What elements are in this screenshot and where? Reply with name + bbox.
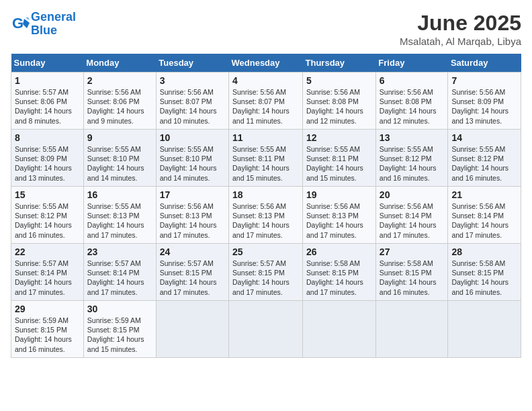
- day-number: 30: [87, 304, 152, 314]
- cell-details: Sunrise: 5:56 AMSunset: 8:07 PMDaylight:…: [232, 88, 290, 125]
- calendar-cell: 2Sunrise: 5:56 AMSunset: 8:06 PMDaylight…: [83, 73, 156, 130]
- week-row-1: 1Sunrise: 5:57 AMSunset: 8:06 PMDaylight…: [11, 73, 521, 130]
- weekday-header-tuesday: Tuesday: [156, 54, 228, 73]
- day-number: 16: [87, 189, 152, 200]
- day-number: 2: [87, 75, 152, 86]
- calendar-cell: 9Sunrise: 5:55 AMSunset: 8:10 PMDaylight…: [83, 130, 156, 187]
- calendar-cell: 30Sunrise: 5:59 AMSunset: 8:15 PMDayligh…: [83, 301, 156, 358]
- day-number: 18: [232, 189, 299, 200]
- calendar-cell: 22Sunrise: 5:57 AMSunset: 8:14 PMDayligh…: [11, 244, 84, 301]
- day-number: 8: [15, 132, 80, 143]
- calendar-cell: 13Sunrise: 5:55 AMSunset: 8:12 PMDayligh…: [375, 130, 448, 187]
- calendar-cell: 8Sunrise: 5:55 AMSunset: 8:09 PMDaylight…: [11, 130, 84, 187]
- calendar-cell: 20Sunrise: 5:56 AMSunset: 8:14 PMDayligh…: [375, 187, 448, 244]
- calendar-table: SundayMondayTuesdayWednesdayThursdayFrid…: [11, 54, 521, 358]
- cell-details: Sunrise: 5:58 AMSunset: 8:15 PMDaylight:…: [451, 259, 508, 296]
- cell-details: Sunrise: 5:55 AMSunset: 8:09 PMDaylight:…: [15, 145, 72, 182]
- calendar-cell: 10Sunrise: 5:55 AMSunset: 8:10 PMDayligh…: [156, 130, 228, 187]
- logo-line2: Blue: [31, 24, 57, 37]
- week-row-2: 8Sunrise: 5:55 AMSunset: 8:09 PMDaylight…: [11, 130, 521, 187]
- day-number: 14: [451, 132, 517, 143]
- calendar-cell: 16Sunrise: 5:55 AMSunset: 8:13 PMDayligh…: [83, 187, 156, 244]
- day-number: 11: [232, 132, 299, 143]
- logo-line1: General: [31, 10, 76, 24]
- cell-details: Sunrise: 5:55 AMSunset: 8:13 PMDaylight:…: [87, 202, 144, 239]
- weekday-header-sunday: Sunday: [11, 54, 84, 73]
- calendar-cell: [375, 301, 448, 358]
- day-number: 19: [306, 189, 372, 200]
- subtitle: Msalatah, Al Marqab, Libya: [400, 36, 521, 47]
- cell-details: Sunrise: 5:55 AMSunset: 8:11 PMDaylight:…: [306, 145, 363, 182]
- cell-details: Sunrise: 5:55 AMSunset: 8:12 PMDaylight:…: [15, 202, 72, 239]
- calendar-cell: 12Sunrise: 5:55 AMSunset: 8:11 PMDayligh…: [303, 130, 376, 187]
- cell-details: Sunrise: 5:56 AMSunset: 8:13 PMDaylight:…: [306, 202, 363, 239]
- day-number: 1: [15, 75, 80, 86]
- weekday-header-saturday: Saturday: [448, 54, 521, 73]
- weekday-header-thursday: Thursday: [303, 54, 376, 73]
- calendar-cell: [448, 301, 521, 358]
- calendar-cell: 7Sunrise: 5:56 AMSunset: 8:09 PMDaylight…: [448, 73, 521, 130]
- calendar-cell: 24Sunrise: 5:57 AMSunset: 8:15 PMDayligh…: [156, 244, 228, 301]
- logo-text: General Blue: [31, 11, 76, 38]
- cell-details: Sunrise: 5:58 AMSunset: 8:15 PMDaylight:…: [380, 259, 437, 296]
- calendar-cell: 6Sunrise: 5:56 AMSunset: 8:08 PMDaylight…: [375, 73, 448, 130]
- main-title: June 2025: [400, 11, 521, 36]
- day-number: 4: [232, 75, 299, 86]
- cell-details: Sunrise: 5:59 AMSunset: 8:15 PMDaylight:…: [87, 316, 144, 353]
- cell-details: Sunrise: 5:57 AMSunset: 8:14 PMDaylight:…: [87, 259, 144, 296]
- day-number: 27: [380, 246, 445, 257]
- calendar-cell: 11Sunrise: 5:55 AMSunset: 8:11 PMDayligh…: [229, 130, 303, 187]
- day-number: 21: [451, 189, 517, 200]
- svg-marker-2: [26, 17, 30, 20]
- logo-icon: G: [11, 15, 30, 34]
- cell-details: Sunrise: 5:57 AMSunset: 8:15 PMDaylight:…: [232, 259, 290, 296]
- cell-details: Sunrise: 5:59 AMSunset: 8:15 PMDaylight:…: [15, 316, 72, 353]
- week-row-4: 22Sunrise: 5:57 AMSunset: 8:14 PMDayligh…: [11, 244, 521, 301]
- cell-details: Sunrise: 5:56 AMSunset: 8:13 PMDaylight:…: [232, 202, 290, 239]
- day-number: 28: [451, 246, 517, 257]
- calendar-cell: 17Sunrise: 5:56 AMSunset: 8:13 PMDayligh…: [156, 187, 228, 244]
- cell-details: Sunrise: 5:56 AMSunset: 8:14 PMDaylight:…: [380, 202, 437, 239]
- cell-details: Sunrise: 5:56 AMSunset: 8:06 PMDaylight:…: [87, 88, 144, 125]
- weekday-header-wednesday: Wednesday: [229, 54, 303, 73]
- calendar-cell: 14Sunrise: 5:55 AMSunset: 8:12 PMDayligh…: [448, 130, 521, 187]
- calendar-cell: 23Sunrise: 5:57 AMSunset: 8:14 PMDayligh…: [83, 244, 156, 301]
- calendar-cell: 15Sunrise: 5:55 AMSunset: 8:12 PMDayligh…: [11, 187, 84, 244]
- cell-details: Sunrise: 5:56 AMSunset: 8:13 PMDaylight:…: [160, 202, 217, 239]
- calendar-cell: [156, 301, 228, 358]
- day-number: 17: [160, 189, 225, 200]
- calendar-cell: 28Sunrise: 5:58 AMSunset: 8:15 PMDayligh…: [448, 244, 521, 301]
- calendar-cell: 21Sunrise: 5:56 AMSunset: 8:14 PMDayligh…: [448, 187, 521, 244]
- cell-details: Sunrise: 5:56 AMSunset: 8:07 PMDaylight:…: [160, 88, 217, 125]
- calendar-cell: [229, 301, 303, 358]
- day-number: 23: [87, 246, 152, 257]
- day-number: 25: [232, 246, 299, 257]
- calendar-cell: 4Sunrise: 5:56 AMSunset: 8:07 PMDaylight…: [229, 73, 303, 130]
- day-number: 22: [15, 246, 80, 257]
- calendar-cell: [303, 301, 376, 358]
- cell-details: Sunrise: 5:58 AMSunset: 8:15 PMDaylight:…: [306, 259, 363, 296]
- calendar-cell: 1Sunrise: 5:57 AMSunset: 8:06 PMDaylight…: [11, 73, 84, 130]
- logo: G General Blue: [11, 11, 76, 38]
- day-number: 6: [380, 75, 445, 86]
- day-number: 5: [306, 75, 372, 86]
- day-number: 3: [160, 75, 225, 86]
- calendar-cell: 18Sunrise: 5:56 AMSunset: 8:13 PMDayligh…: [229, 187, 303, 244]
- calendar-cell: 5Sunrise: 5:56 AMSunset: 8:08 PMDaylight…: [303, 73, 376, 130]
- cell-details: Sunrise: 5:55 AMSunset: 8:12 PMDaylight:…: [380, 145, 437, 182]
- cell-details: Sunrise: 5:57 AMSunset: 8:06 PMDaylight:…: [15, 88, 72, 125]
- svg-text:G: G: [12, 15, 24, 32]
- day-number: 26: [306, 246, 372, 257]
- cell-details: Sunrise: 5:55 AMSunset: 8:10 PMDaylight:…: [160, 145, 217, 182]
- calendar-cell: 27Sunrise: 5:58 AMSunset: 8:15 PMDayligh…: [375, 244, 448, 301]
- cell-details: Sunrise: 5:55 AMSunset: 8:11 PMDaylight:…: [232, 145, 290, 182]
- calendar-cell: 25Sunrise: 5:57 AMSunset: 8:15 PMDayligh…: [229, 244, 303, 301]
- day-number: 9: [87, 132, 152, 143]
- cell-details: Sunrise: 5:56 AMSunset: 8:08 PMDaylight:…: [306, 88, 363, 125]
- calendar-cell: 3Sunrise: 5:56 AMSunset: 8:07 PMDaylight…: [156, 73, 228, 130]
- day-number: 15: [15, 189, 80, 200]
- weekday-header-row: SundayMondayTuesdayWednesdayThursdayFrid…: [11, 54, 521, 73]
- cell-details: Sunrise: 5:57 AMSunset: 8:15 PMDaylight:…: [160, 259, 217, 296]
- cell-details: Sunrise: 5:56 AMSunset: 8:08 PMDaylight:…: [380, 88, 437, 125]
- day-number: 13: [380, 132, 445, 143]
